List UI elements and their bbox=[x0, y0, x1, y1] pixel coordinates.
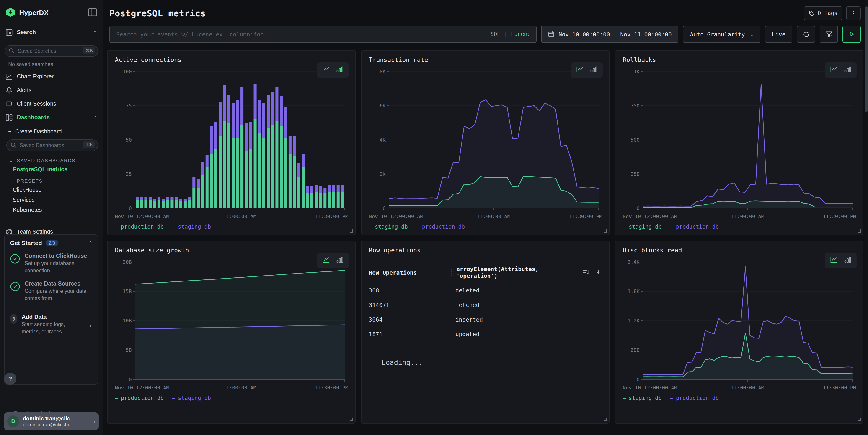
create-dashboard-button[interactable]: + Create Dashboard bbox=[2, 124, 102, 137]
line-chart-toggle-button[interactable] bbox=[320, 65, 332, 76]
chart-legend: —staging_db—production_db bbox=[369, 224, 602, 230]
legend-item-staging_db[interactable]: —staging_db bbox=[623, 224, 662, 230]
panel-resize-handle[interactable] bbox=[858, 229, 861, 233]
bar-segment-production_db bbox=[223, 121, 226, 208]
axis-label: 0 bbox=[129, 205, 132, 211]
bar-segment-production_db bbox=[280, 126, 283, 208]
disc-blocks-read-chart[interactable]: 06001.2K1.8K2.4KNov 10 12:00:00 AM11:00:… bbox=[623, 257, 856, 393]
sidebar-item-search[interactable]: Search ⌃ bbox=[0, 26, 102, 39]
lucene-mode-button[interactable]: Lucene bbox=[511, 31, 531, 37]
column-header[interactable]: Row Operations bbox=[369, 269, 451, 276]
dashboard-grid: Active connections 0255075100Nov 10 12:0… bbox=[103, 43, 868, 424]
date-range-button[interactable]: Nov 10 00:00:00 - Nov 11 00:00:00 bbox=[541, 26, 679, 43]
panel-resize-handle[interactable] bbox=[603, 229, 607, 233]
bar-segment-staging_db bbox=[267, 95, 270, 128]
bar-chart-toggle-button[interactable] bbox=[842, 65, 854, 76]
bar-segment-staging_db bbox=[341, 185, 344, 192]
sidebar-preset-clickhouse[interactable]: ClickHouse bbox=[2, 185, 102, 195]
sidebar-preset-kubernetes[interactable]: Kubernetes bbox=[2, 205, 102, 215]
bar-segment-staging_db bbox=[232, 103, 235, 138]
download-icon[interactable] bbox=[595, 269, 602, 276]
axis-label: Nov 10 12:00:00 AM bbox=[369, 214, 423, 219]
sidebar-item-dashboards[interactable]: Dashboards ⌃ bbox=[0, 111, 102, 124]
step-description: Start sending logs, metrics, or traces bbox=[22, 321, 82, 335]
get-started-step-add-data[interactable]: 3 Add Data Start sending logs, metrics, … bbox=[10, 314, 93, 335]
bar-chart-toggle-button[interactable] bbox=[588, 65, 599, 76]
scrollbar-thumb[interactable] bbox=[865, 6, 868, 112]
legend-item-production_db[interactable]: —production_db bbox=[115, 224, 164, 230]
live-button[interactable]: Live bbox=[765, 26, 792, 43]
bar-segment-staging_db bbox=[328, 185, 331, 192]
axis-label: 11:00:00 AM bbox=[731, 385, 764, 391]
bar-segment-staging_db bbox=[149, 197, 152, 200]
axis-label: 11:30:00 PM bbox=[823, 214, 856, 219]
bar-segment-staging_db bbox=[297, 163, 300, 177]
table-row[interactable]: 1871 updated bbox=[369, 331, 602, 337]
panel-resize-handle[interactable] bbox=[858, 418, 861, 421]
sidebar-item-chart-explorer[interactable]: Chart Explorer bbox=[0, 70, 102, 83]
more-options-button[interactable]: ⋮ bbox=[846, 6, 861, 20]
legend-item-staging_db[interactable]: —staging_db bbox=[172, 224, 211, 230]
panel-resize-handle[interactable] bbox=[350, 418, 353, 421]
panel-resize-handle[interactable] bbox=[350, 229, 353, 233]
sort-icon[interactable] bbox=[582, 269, 589, 276]
line-chart-toggle-button[interactable] bbox=[828, 65, 840, 76]
bar-segment-production_db bbox=[149, 200, 152, 208]
brand-name: HyperDX bbox=[19, 8, 84, 16]
filter-button[interactable] bbox=[820, 26, 838, 43]
bar-segment-staging_db bbox=[258, 100, 261, 133]
line-chart-toggle-button[interactable] bbox=[828, 255, 840, 266]
legend-item-production_db[interactable]: —production_db bbox=[416, 224, 465, 230]
help-button[interactable]: ? bbox=[4, 373, 17, 385]
presets-group-header[interactable]: ⌄ PRESETS bbox=[2, 174, 102, 185]
get-started-header[interactable]: Get Started 2/3 ⌃ bbox=[10, 240, 93, 246]
sql-mode-button[interactable]: SQL bbox=[491, 31, 500, 37]
rollbacks-chart[interactable]: 02505007501KNov 10 12:00:00 AM11:00:00 A… bbox=[623, 66, 856, 222]
column-resize-handle[interactable] bbox=[451, 269, 452, 275]
row-value: 1871 bbox=[369, 331, 456, 337]
panel-resize-handle[interactable] bbox=[603, 418, 607, 421]
saved-searches-search[interactable]: ⌘K bbox=[5, 45, 98, 57]
refresh-icon bbox=[803, 31, 809, 38]
user-account-chip[interactable]: D dominic.tran@clic... dominic.tran@clic… bbox=[4, 412, 99, 430]
legend-item-staging_db[interactable]: —staging_db bbox=[369, 224, 408, 230]
sidebar-item-client-sessions[interactable]: Client Sessions bbox=[0, 97, 102, 111]
get-started-step-sources[interactable]: Create Data Sources Configure where your… bbox=[10, 280, 93, 302]
get-started-step-connect[interactable]: Connect to ClickHouse Set up your databa… bbox=[10, 253, 93, 274]
table-row[interactable]: 308 deleted bbox=[369, 287, 602, 294]
search-input[interactable] bbox=[115, 30, 491, 38]
run-query-button[interactable] bbox=[842, 26, 861, 43]
bar-chart-toggle-button[interactable] bbox=[334, 65, 346, 76]
chart-type-toggle bbox=[317, 62, 349, 78]
active-connections-chart[interactable]: 0255075100Nov 10 12:00:00 AM11:00:00 AM1… bbox=[115, 66, 348, 222]
user-email: dominic.tran@clickho... bbox=[23, 422, 90, 427]
granularity-label: Auto Granularity bbox=[690, 31, 745, 38]
table-row[interactable]: 314071 fetched bbox=[369, 302, 602, 308]
bar-chart-toggle-button[interactable] bbox=[842, 255, 854, 266]
event-search-box[interactable]: SQL | Lucene bbox=[110, 26, 536, 43]
legend-item-production_db[interactable]: —production_db bbox=[670, 395, 719, 401]
column-header[interactable]: arrayElement(Attributes, 'operation') bbox=[456, 266, 582, 279]
line-chart-toggle-button[interactable] bbox=[574, 65, 586, 76]
sidebar-preset-services[interactable]: Services bbox=[2, 195, 102, 205]
database-size-growth-chart[interactable]: 05B10B15B20BNov 10 12:00:00 AM11:00:00 A… bbox=[115, 257, 348, 393]
bar-segment-production_db bbox=[227, 124, 230, 208]
legend-item-production_db[interactable]: —production_db bbox=[670, 224, 719, 230]
transaction-rate-chart[interactable]: 02K4K6K8KNov 10 12:00:00 AM11:00:00 AM11… bbox=[369, 66, 602, 222]
legend-item-staging_db[interactable]: —staging_db bbox=[172, 395, 211, 401]
legend-item-production_db[interactable]: —production_db bbox=[115, 395, 164, 401]
saved-dashboards-search[interactable]: ⌘K bbox=[6, 139, 98, 151]
bar-chart-toggle-button[interactable] bbox=[334, 255, 346, 266]
table-row[interactable]: 3064 inserted bbox=[369, 316, 602, 323]
sidebar-item-alerts[interactable]: Alerts bbox=[0, 83, 102, 97]
granularity-dropdown[interactable]: Auto Granularity ⌄ bbox=[683, 26, 761, 43]
legend-item-staging_db[interactable]: —staging_db bbox=[623, 395, 662, 401]
line-chart-toggle-button[interactable] bbox=[320, 255, 332, 266]
saved-dashboards-group-header[interactable]: ⌄ SAVED DASHBOARDS bbox=[2, 154, 102, 164]
axis-label: 11:30:00 PM bbox=[315, 214, 348, 219]
sidebar-dashboard-postgresql-metrics[interactable]: PostgreSQL metrics bbox=[2, 164, 102, 174]
sidebar-collapse-icon[interactable] bbox=[88, 8, 97, 16]
refresh-button[interactable] bbox=[797, 26, 815, 43]
tags-button[interactable]: 0 Tags bbox=[804, 6, 842, 20]
bar-segment-staging_db bbox=[179, 199, 182, 201]
